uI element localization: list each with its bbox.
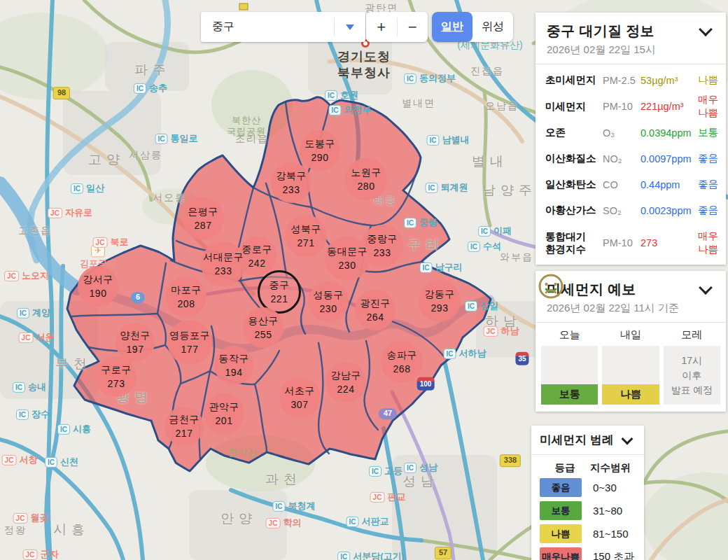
district-value: 290	[312, 150, 329, 164]
zoom-out-button[interactable]: −	[398, 12, 428, 42]
district-bubble-성북구[interactable]: 성북구271	[285, 215, 327, 257]
district-bubble-금천구[interactable]: 금천구217	[164, 407, 204, 446]
legend-range: 150 초과	[593, 550, 634, 560]
forecast-day-column: 모레17시 이후 발표 예정	[664, 328, 720, 405]
district-value: 230	[320, 302, 337, 316]
forecast-panel-timestamp: 2026년 02월 22일 11시 기준	[536, 299, 726, 322]
district-value: 271	[298, 236, 315, 250]
district-bubble-광진구[interactable]: 광진구264	[355, 290, 396, 330]
district-bubble-동대문구[interactable]: 동대문구230	[325, 236, 370, 281]
pollutant-value: 0.0023ppm	[640, 205, 698, 216]
district-value: 255	[255, 328, 272, 342]
district-bubble-은평구[interactable]: 은평구287	[182, 197, 224, 239]
air-quality-row: 아황산가스SO₂0.0023ppm좋음	[536, 197, 726, 223]
district-bubble-동작구[interactable]: 동작구194	[214, 346, 253, 385]
air-quality-map-app: { "top_controls": { "region_select": { "…	[0, 0, 728, 560]
air-quality-row: 이산화질소NO₂0.0097ppm좋음	[536, 146, 726, 172]
pollutant-status: 좋음	[698, 178, 722, 191]
district-value: 233	[215, 264, 232, 278]
district-bubble-강북구[interactable]: 강북구233	[271, 162, 312, 203]
district-value: 264	[367, 310, 384, 324]
air-quality-row: 오존O₃0.0394ppm보통	[536, 120, 726, 146]
district-name: 구로구	[101, 363, 132, 377]
pollutant-status: 보통	[698, 126, 722, 139]
district-value: 307	[291, 398, 309, 412]
district-name: 서대문구	[203, 250, 244, 264]
district-bubble-강동구[interactable]: 강동구293	[419, 280, 461, 322]
district-value: 242	[248, 256, 266, 270]
district-value: 208	[178, 297, 195, 311]
legend-range: 81~150	[593, 528, 628, 540]
district-value: 197	[127, 342, 144, 356]
divider	[536, 322, 726, 323]
forecast-day-column: 오늘보통	[541, 328, 598, 405]
legend-panel-title: 미세먼지 범례	[540, 433, 614, 448]
district-bubble-영등포구[interactable]: 영등포구177	[167, 320, 212, 365]
forecast-day-column: 내일나쁨	[602, 328, 659, 405]
district-value: 221	[271, 292, 288, 306]
air-quality-row: 미세먼지PM-10221µg/m³매우나쁨	[536, 93, 726, 120]
district-bubble-서초구[interactable]: 서초구307	[279, 377, 320, 418]
pollutant-status: 매우나쁨	[698, 230, 722, 256]
district-bubble-서대문구[interactable]: 서대문구233	[201, 241, 246, 286]
pollutant-symbol: PM-10	[603, 101, 640, 112]
district-value: 230	[339, 258, 356, 272]
pollutant-label: 아황산가스	[545, 204, 603, 216]
district-bubble-노원구[interactable]: 노원구280	[345, 158, 387, 200]
zoom-in-button[interactable]: +	[366, 12, 397, 42]
district-bubble-관악구[interactable]: 관악구201	[204, 393, 244, 434]
frown-face-icon	[602, 346, 659, 384]
district-bubble-마포구[interactable]: 마포구208	[166, 276, 206, 317]
district-bubble-성동구[interactable]: 성동구230	[308, 281, 349, 322]
legend-col-grade: 등급	[540, 461, 590, 475]
region-select[interactable]: 중구	[201, 12, 365, 42]
district-value: 233	[374, 246, 391, 260]
district-name: 마포구	[171, 283, 202, 297]
pollutant-label: 미세먼지	[545, 100, 603, 113]
divider	[536, 64, 726, 64]
district-bubble-도봉구[interactable]: 도봉구290	[300, 130, 340, 171]
forecast-pending-card: 17시 이후 발표 예정	[664, 346, 720, 405]
collapse-chevron-icon[interactable]	[622, 433, 634, 445]
district-name: 양천구	[120, 328, 150, 342]
select-divider	[334, 18, 335, 36]
legend-row: 나쁨81~150	[531, 522, 644, 545]
pollutant-status: 좋음	[698, 152, 722, 165]
pollutant-label: 초미세먼지	[545, 74, 603, 86]
forecast-day-label: 내일	[602, 328, 659, 342]
collapse-chevron-icon[interactable]	[699, 281, 713, 295]
pollutant-status: 매우나쁨	[698, 93, 722, 120]
forecast-day-label: 모레	[664, 328, 720, 342]
info-panel-timestamp: 2026년 02월 22일 15시	[536, 41, 726, 64]
district-name: 금천구	[169, 412, 200, 426]
pollutant-symbol: SO₂	[603, 205, 640, 216]
district-value: 268	[393, 362, 411, 376]
district-bubble-강서구[interactable]: 강서구190	[78, 266, 118, 307]
legend-grade-chip: 좋음	[540, 478, 582, 497]
district-bubble-송파구[interactable]: 송파구268	[381, 341, 423, 383]
chevron-down-icon	[346, 24, 354, 30]
district-name: 은평구	[188, 204, 218, 218]
pollutant-symbol: CO	[603, 179, 640, 190]
pollutant-value: 0.0394ppm	[640, 127, 698, 139]
legend-grade-chip: 매우나쁨	[540, 547, 582, 560]
layer-normal-button[interactable]: 일반	[432, 12, 472, 42]
district-bubble-양천구[interactable]: 양천구197	[115, 323, 155, 362]
district-bubble-용산구[interactable]: 용산구255	[243, 307, 284, 348]
air-quality-row: 초미세먼지PM-2.553µg/m³나쁨	[536, 67, 726, 93]
district-value: 190	[90, 286, 107, 300]
forecast-day-columns: 오늘보통내일나쁨모레17시 이후 발표 예정	[536, 326, 726, 405]
air-quality-info-panel: 중구 대기질 정보 2026년 02월 22일 15시 초미세먼지PM-2.55…	[536, 13, 726, 265]
district-value: 273	[108, 377, 125, 391]
district-bubble-구로구[interactable]: 구로구273	[96, 356, 136, 397]
district-bubble-강남구[interactable]: 강남구224	[326, 362, 366, 402]
legend-range: 31~80	[593, 505, 622, 517]
forecast-grade-badge: 나쁨	[602, 384, 659, 405]
pollutant-status: 좋음	[698, 204, 722, 217]
layer-satellite-button[interactable]: 위성	[472, 12, 513, 42]
legend-col-range: 지수범위	[590, 461, 631, 475]
legend-rows: 좋음0~30보통31~80나쁨81~150매우나쁨150 초과	[531, 476, 644, 560]
collapse-chevron-icon[interactable]	[699, 22, 713, 36]
district-value: 177	[181, 342, 199, 356]
district-name: 종로구	[241, 242, 272, 256]
